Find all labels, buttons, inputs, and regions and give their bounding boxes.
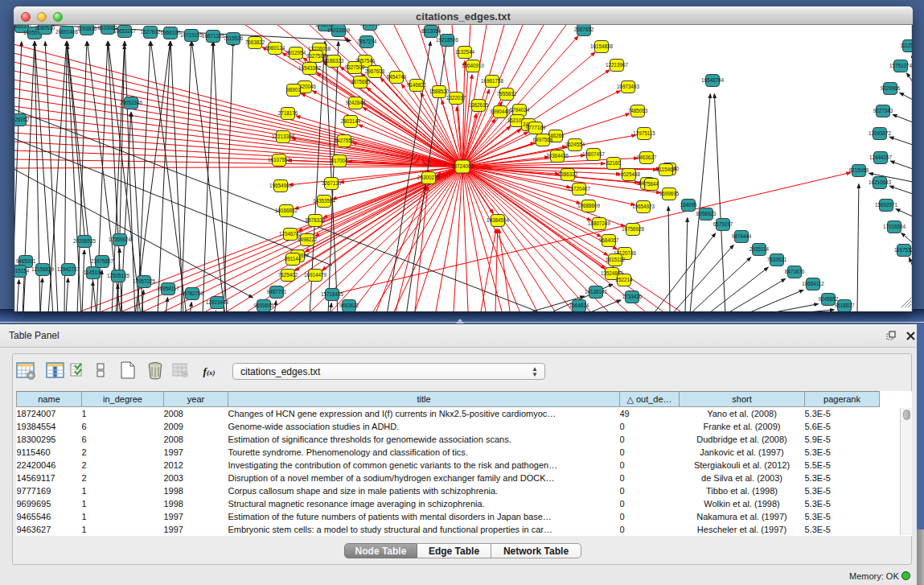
svg-text:3267130: 3267130 [322,180,342,186]
svg-text:1322037: 1322037 [446,95,466,101]
svg-text:12156829: 12156829 [31,266,55,272]
svg-text:16210643: 16210643 [869,179,892,185]
svg-text:8878332: 8878332 [306,217,326,223]
svg-text:15692971: 15692971 [875,202,898,208]
svg-text:7386322: 7386322 [558,171,578,177]
svg-text:15751074: 15751074 [889,63,913,68]
svg-text:12975115: 12975115 [633,130,655,136]
svg-text:16914479: 16914479 [304,272,327,278]
svg-text:9699695: 9699695 [254,303,274,308]
svg-text:9227343: 9227343 [873,108,893,113]
svg-text:6679197: 6679197 [713,221,733,227]
svg-text:18640910: 18640910 [462,63,485,68]
svg-text:9699695: 9699695 [659,191,680,196]
svg-text:2080510: 2080510 [35,25,55,31]
svg-text:8990448: 8990448 [491,109,511,114]
svg-text:16782759: 16782759 [181,290,204,296]
svg-text:10973493: 10973493 [617,84,640,89]
svg-text:20053346: 20053346 [120,100,143,105]
svg-text:12923448: 12923448 [206,299,229,305]
svg-text:19654983: 19654983 [269,183,293,188]
svg-text:3875685: 3875685 [351,79,371,84]
svg-text:75844: 75844 [644,181,659,187]
svg-text:20364436: 20364436 [546,153,569,159]
svg-text:9777169: 9777169 [526,125,546,130]
svg-text:7857274: 7857274 [357,39,377,44]
svg-text:98901: 98901 [286,87,301,93]
svg-text:8813054: 8813054 [421,28,441,34]
svg-text:18724007: 18724007 [451,163,474,169]
svg-text:2935114: 2935114 [749,246,770,252]
svg-text:16154838: 16154838 [590,43,614,49]
svg-text:3915154: 3915154 [14,268,30,274]
svg-text:19654923: 19654923 [632,204,655,209]
svg-text:7625402: 7625402 [278,272,298,278]
svg-text:8498222: 8498222 [298,237,318,242]
svg-text:9463622: 9463622 [339,303,359,308]
svg-text:8215958: 8215958 [849,167,869,173]
svg-text:12942737: 12942737 [57,266,80,272]
svg-text:9245652: 9245652 [819,296,839,302]
svg-text:1733426: 1733426 [622,294,643,299]
svg-text:16543382: 16543382 [298,65,322,71]
svg-text:252214: 252214 [615,277,633,282]
svg-text:25300275: 25300275 [417,175,441,180]
svg-text:10719155: 10719155 [180,32,203,38]
svg-text:8958923: 8958923 [696,211,717,216]
svg-text:16671355: 16671355 [202,33,225,39]
svg-text:8454749: 8454749 [387,74,407,80]
svg-text:16961758: 16961758 [481,78,504,84]
svg-text:6794024: 6794024 [510,107,530,113]
svg-text:8186323: 8186323 [324,58,344,64]
svg-text:1112544: 1112544 [900,43,913,48]
svg-text:9329966: 9329966 [881,85,901,91]
svg-text:2967608: 2967608 [365,68,385,74]
svg-text:9115460: 9115460 [656,167,676,172]
svg-text:7515526: 7515526 [224,35,244,41]
svg-text:19166852: 19166852 [275,208,298,213]
svg-text:10958117: 10958117 [157,286,179,291]
svg-text:23975857: 23975857 [91,258,114,264]
svg-text:9327508: 9327508 [345,64,365,70]
svg-text:9474444: 9474444 [732,233,752,239]
svg-text:6497568: 6497568 [533,137,553,142]
svg-text:12213967: 12213967 [606,62,629,68]
svg-text:10807457: 10807457 [582,151,606,157]
svg-text:7485063: 7485063 [628,108,648,113]
svg-text:10688609: 10688609 [577,203,601,208]
svg-text:9242848: 9242848 [346,100,366,105]
svg-text:16648784: 16648784 [701,77,725,83]
svg-text:8471676: 8471676 [785,269,805,274]
svg-text:12093872: 12093872 [869,130,892,136]
svg-text:8427552: 8427552 [335,138,355,143]
svg-text:7663822: 7663822 [245,39,265,45]
svg-text:15716485: 15716485 [321,291,344,297]
svg-text:17359924: 17359924 [109,237,132,242]
svg-text:2526052: 2526052 [14,117,30,122]
svg-text:1362615: 1362615 [469,102,489,108]
svg-text:1615112: 1615112 [606,257,626,262]
svg-text:1093836: 1093836 [77,26,97,31]
svg-text:12213369: 12213369 [272,134,295,139]
svg-text:9465001: 9465001 [16,258,36,264]
svg-text:9463627: 9463627 [637,154,657,160]
svg-text:9806176: 9806176 [360,25,380,27]
svg-text:17046743: 17046743 [279,231,302,237]
svg-text:2718176: 2718176 [278,110,298,116]
svg-text:15720407: 15720407 [568,186,591,192]
svg-text:9146821: 9146821 [407,82,427,88]
svg-text:6966160: 6966160 [161,30,181,35]
svg-text:1167532: 1167532 [894,247,913,253]
svg-text:9457791: 9457791 [267,289,287,295]
svg-text:3624554: 3624554 [565,142,585,147]
svg-text:991144: 991144 [285,256,302,262]
svg-text:9618837: 9618837 [835,303,855,308]
svg-text:17957225: 17957225 [133,278,156,284]
svg-text:16107552: 16107552 [268,157,291,163]
svg-text:19218506: 19218506 [436,37,459,43]
svg-text:1145194: 1145194 [84,270,104,275]
svg-text:12444157: 12444157 [869,154,893,160]
svg-text:1527602: 1527602 [141,29,161,35]
svg-text:164095: 164095 [680,202,697,208]
svg-text:1588520: 1588520 [429,89,450,94]
